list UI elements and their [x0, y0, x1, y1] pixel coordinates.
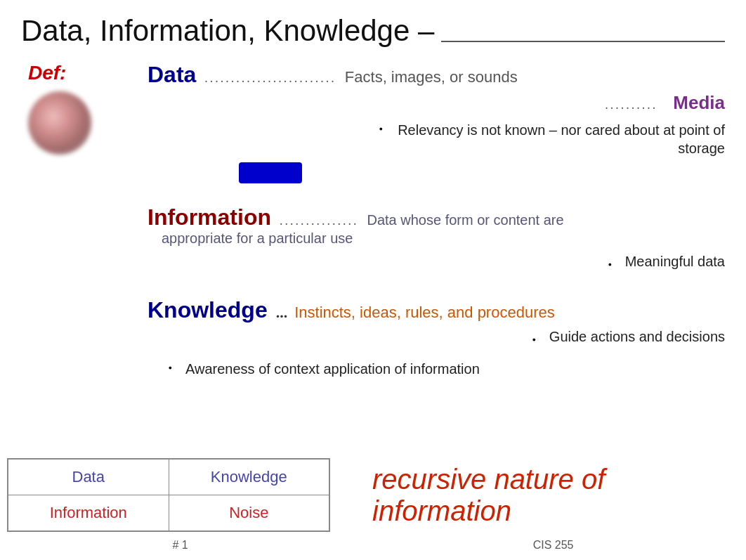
title-area: Data, Information, Knowledge – [21, 14, 725, 48]
info-dots: ............... [280, 214, 359, 228]
relevancy-row: ・ Relevancy is not known – nor cared abo… [148, 118, 725, 157]
slide-title: Data, Information, Knowledge – [21, 14, 434, 48]
info-definition-line2: appropriate for a particular use [162, 230, 353, 246]
knowledge-dots: ... [276, 304, 288, 322]
bullet-dot: ・ [372, 120, 389, 138]
data-section-header: Data ......................... Facts, im… [148, 62, 725, 88]
media-dots: .......... [605, 98, 657, 112]
info-def-line2-row: appropriate for a particular use [148, 230, 725, 247]
data-title: Data [148, 62, 196, 88]
relevancy-wrapper: ・ Relevancy is not known – nor cared abo… [372, 118, 725, 157]
bottom-table: Data Knowledge Information Noise [7, 458, 330, 532]
page-number: # 1 [172, 539, 188, 552]
slide: Data, Information, Knowledge – Def: Data… [0, 0, 746, 560]
storage-text: storage [678, 141, 725, 156]
data-fact: Facts, images, or sounds [345, 68, 518, 86]
knowledge-header-row: Knowledge ... Instincts, ideas, rules, a… [148, 297, 725, 323]
knowledge-title: Knowledge [148, 297, 268, 323]
cell-knowledge: Knowledge [169, 460, 329, 495]
recursive-text: recursive nature of information [372, 464, 739, 527]
table-row-2: Information Noise [8, 495, 329, 531]
knowledge-section: Knowledge ... Instincts, ideas, rules, a… [148, 297, 725, 379]
guide-text: Guide actions and decisions [549, 329, 725, 351]
data-table: Data Knowledge Information Noise [8, 459, 329, 531]
left-column: Def: [28, 62, 140, 401]
info-definition-line1: Data whose form or content are [367, 212, 563, 228]
awareness-row: ・ Awareness of context application of in… [162, 357, 725, 379]
course-label: CIS 255 [533, 539, 574, 552]
cell-noise: Noise [169, 495, 329, 531]
awareness-bullet: ・ [162, 357, 178, 379]
decorative-image [28, 91, 91, 155]
awareness-text: Awareness of context application of info… [185, 361, 480, 377]
information-header-row: Information ............... Data whose f… [148, 204, 725, 230]
information-section: Information ............... Data whose f… [148, 204, 725, 276]
title-underline [441, 41, 725, 42]
right-column: Data ......................... Facts, im… [140, 62, 725, 401]
cell-data: Data [8, 460, 169, 495]
meaningful-text: Meaningful data [625, 254, 725, 276]
data-dots: ......................... [204, 71, 336, 86]
media-label: Media [673, 92, 725, 114]
table-row-1: Data Knowledge [8, 460, 329, 495]
bottom-area: Data Knowledge Information Noise recursi… [7, 458, 739, 532]
content-area: Def: Data ......................... Fact… [21, 62, 725, 401]
data-section: Data ......................... Facts, im… [148, 62, 725, 183]
guide-bullet: ・ [525, 329, 542, 351]
information-title: Information [148, 204, 271, 230]
guide-row: ・ Guide actions and decisions [148, 329, 725, 351]
blue-rectangle [239, 162, 302, 183]
instinct-text: Instincts, ideas, rules, and procedures [294, 304, 555, 322]
meaningful-bullet: ・ [601, 254, 618, 276]
footer: # 1 CIS 255 [0, 539, 746, 552]
cell-information: Information [8, 495, 169, 531]
meaningful-row: ・ Meaningful data [148, 254, 725, 276]
def-label: Def: [28, 62, 140, 84]
media-row: .......... Media [148, 92, 725, 114]
relevancy-text: Relevancy is not known – nor cared about… [398, 122, 725, 138]
